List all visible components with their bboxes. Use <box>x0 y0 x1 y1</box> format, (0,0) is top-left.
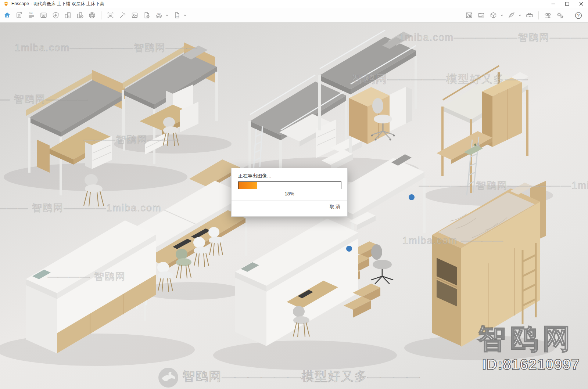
eye-slider-icon <box>544 11 552 19</box>
vr-headset-icon <box>526 11 534 19</box>
close-button[interactable] <box>574 0 588 8</box>
media-wheel-button[interactable] <box>87 11 97 20</box>
window-title: Enscape - 现代高低床 上下铺 双层床 上床下桌 <box>11 1 104 7</box>
notepad-icon <box>15 11 23 19</box>
svg-text:EXE: EXE <box>176 15 179 17</box>
home-icon <box>3 11 11 19</box>
help-icon: ? <box>574 11 582 19</box>
chevron-down-icon <box>518 14 521 17</box>
panorama-360-icon: 360° <box>155 11 163 19</box>
home-button[interactable] <box>2 11 12 20</box>
exe-standalone-dropdown[interactable] <box>183 11 187 20</box>
document-check-icon <box>143 11 151 19</box>
toolbar-separator <box>101 11 101 19</box>
dialog-title: 正在导出图像… <box>238 173 272 179</box>
vr-headset-button[interactable] <box>525 11 534 20</box>
bim-info-button[interactable]: BIM <box>26 11 36 20</box>
render-viewport[interactable]: 1miba.com——————智鸥网——— 1miba.com——————智鸥网… <box>0 23 588 389</box>
exe-export-icon: EXE <box>173 11 181 19</box>
watermark-bird-logo <box>158 367 179 388</box>
textured-image-icon <box>477 11 485 19</box>
map-pin-button[interactable] <box>465 11 474 20</box>
building-button[interactable] <box>63 11 72 20</box>
render-window-button[interactable] <box>39 11 48 20</box>
bed-cluster-top-right <box>437 66 528 195</box>
building-add-button[interactable] <box>75 11 85 20</box>
dialog-divider <box>232 201 347 201</box>
wing-icon <box>508 11 516 19</box>
cube-3d-dropdown[interactable] <box>499 11 504 20</box>
magic-wand-button[interactable] <box>118 11 127 20</box>
cube-3d-icon <box>490 11 497 19</box>
cancel-button[interactable]: 取消 <box>330 203 341 210</box>
bim-icon: BIM <box>28 11 35 19</box>
render-window-eye-icon <box>40 11 47 19</box>
export-image-button[interactable] <box>130 11 139 20</box>
svg-text:?: ? <box>577 13 579 18</box>
svg-text:BIM: BIM <box>29 12 32 14</box>
map-pin-frame-icon <box>465 11 473 19</box>
settings-button[interactable] <box>555 11 565 20</box>
help-button[interactable]: ? <box>574 11 583 20</box>
exe-standalone-button[interactable]: EXE <box>172 11 182 20</box>
panorama-360-dropdown[interactable] <box>165 11 169 20</box>
minimize-button[interactable] <box>546 0 560 8</box>
cube-3d-button[interactable] <box>489 11 498 20</box>
building-icon <box>64 11 72 19</box>
notepad-button[interactable] <box>14 11 24 20</box>
media-reel-icon <box>88 11 96 19</box>
progress-fill <box>239 182 257 189</box>
toolbar-separator <box>569 11 569 19</box>
progress-percent-label: 18% <box>232 191 347 197</box>
toolbar-separator <box>538 11 539 19</box>
visual-settings-button[interactable] <box>543 11 553 20</box>
titlebar: Enscape - 现代高低床 上下铺 双层床 上床下桌 <box>0 0 588 8</box>
capture-frame-icon <box>107 11 114 19</box>
maximize-button[interactable] <box>560 0 574 8</box>
chevron-down-icon <box>165 14 169 17</box>
textured-image-button[interactable] <box>477 11 486 20</box>
export-progress-dialog: 正在导出图像… 18% 取消 <box>231 168 348 217</box>
capture-frame-button[interactable] <box>105 11 115 20</box>
document-check-button[interactable] <box>142 11 151 20</box>
image-icon <box>131 11 139 19</box>
enscape-logo-icon <box>3 1 9 7</box>
fly-mode-dropdown[interactable] <box>517 11 522 20</box>
chevron-down-icon <box>183 14 187 17</box>
shield-tree-button[interactable] <box>51 11 60 20</box>
svg-text:360°: 360° <box>157 12 161 15</box>
bed-cluster-bottom-right <box>432 181 546 347</box>
shield-tree-icon <box>52 11 60 19</box>
gear-icon <box>556 11 564 19</box>
progress-bar <box>238 181 341 189</box>
chevron-down-icon <box>500 14 503 17</box>
magic-wand-icon <box>119 11 126 19</box>
fly-mode-button[interactable] <box>507 11 516 20</box>
building-add-icon <box>76 11 84 19</box>
panorama-360-button[interactable]: 360° <box>154 11 164 20</box>
toolbar: BIM <box>0 8 588 23</box>
